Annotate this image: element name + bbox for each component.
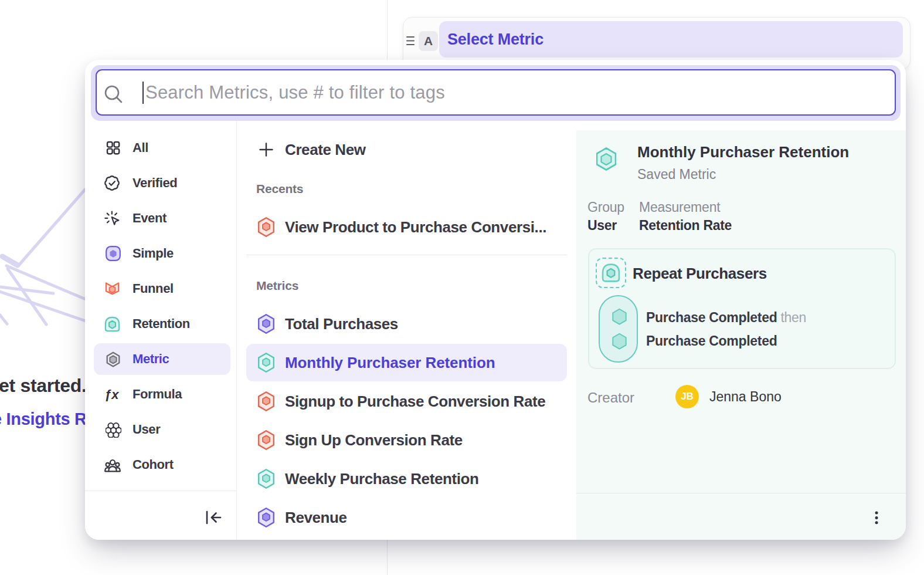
svg-text:ƒx: ƒx [104, 387, 119, 402]
